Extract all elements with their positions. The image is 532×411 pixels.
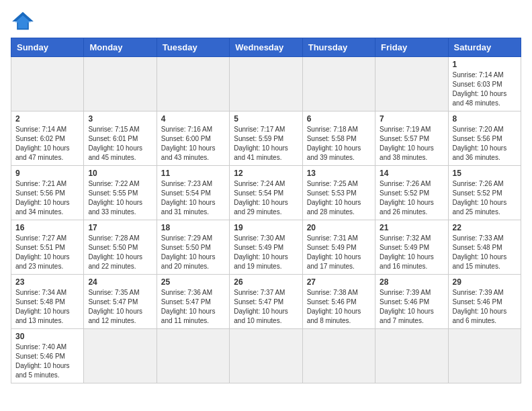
- calendar-day-cell: [230, 329, 302, 383]
- calendar-day-cell: [302, 329, 375, 383]
- calendar-day-cell: 24Sunrise: 7:35 AM Sunset: 5:47 PM Dayli…: [84, 275, 157, 329]
- day-info: Sunrise: 7:20 AM Sunset: 5:56 PM Dayligh…: [453, 125, 517, 163]
- weekday-header: Thursday: [302, 38, 375, 57]
- day-number: 14: [380, 169, 443, 178]
- day-number: 27: [307, 277, 371, 287]
- day-number: 21: [380, 223, 443, 232]
- calendar-day-cell: 25Sunrise: 7:36 AM Sunset: 5:47 PM Dayli…: [157, 275, 229, 329]
- calendar-day-cell: [375, 57, 448, 111]
- calendar-day-cell: [230, 57, 302, 111]
- weekday-header-row: SundayMondayTuesdayWednesdayThursdayFrid…: [11, 38, 521, 57]
- day-number: 12: [234, 169, 298, 178]
- calendar-week-row: 16Sunrise: 7:27 AM Sunset: 5:51 PM Dayli…: [11, 220, 521, 275]
- calendar-week-row: 9Sunrise: 7:21 AM Sunset: 5:56 PM Daylig…: [11, 166, 521, 220]
- calendar-day-cell: 20Sunrise: 7:31 AM Sunset: 5:49 PM Dayli…: [302, 220, 375, 275]
- day-info: Sunrise: 7:24 AM Sunset: 5:54 PM Dayligh…: [234, 179, 298, 217]
- day-number: 17: [88, 223, 152, 232]
- day-number: 25: [161, 277, 225, 287]
- day-info: Sunrise: 7:28 AM Sunset: 5:50 PM Dayligh…: [88, 234, 152, 271]
- day-number: 3: [88, 114, 152, 124]
- day-number: 24: [88, 277, 152, 287]
- day-number: 18: [161, 223, 225, 232]
- calendar-week-row: 23Sunrise: 7:34 AM Sunset: 5:48 PM Dayli…: [11, 275, 521, 329]
- day-info: Sunrise: 7:14 AM Sunset: 6:02 PM Dayligh…: [15, 125, 79, 163]
- day-info: Sunrise: 7:18 AM Sunset: 5:58 PM Dayligh…: [307, 125, 371, 163]
- calendar-day-cell: 13Sunrise: 7:25 AM Sunset: 5:53 PM Dayli…: [302, 166, 375, 220]
- calendar-day-cell: [84, 57, 157, 111]
- day-info: Sunrise: 7:14 AM Sunset: 6:03 PM Dayligh…: [453, 71, 517, 108]
- calendar-day-cell: 21Sunrise: 7:32 AM Sunset: 5:49 PM Dayli…: [375, 220, 448, 275]
- day-number: 16: [15, 223, 79, 232]
- day-number: 10: [88, 169, 152, 178]
- calendar-day-cell: 5Sunrise: 7:17 AM Sunset: 5:59 PM Daylig…: [230, 111, 302, 166]
- weekday-header: Wednesday: [230, 38, 302, 57]
- day-info: Sunrise: 7:23 AM Sunset: 5:54 PM Dayligh…: [161, 179, 225, 217]
- day-number: 2: [15, 114, 79, 124]
- logo: [11, 11, 38, 31]
- calendar-day-cell: 6Sunrise: 7:18 AM Sunset: 5:58 PM Daylig…: [302, 111, 375, 166]
- day-number: 29: [453, 277, 517, 287]
- day-info: Sunrise: 7:34 AM Sunset: 5:48 PM Dayligh…: [15, 288, 79, 326]
- calendar-week-row: 1Sunrise: 7:14 AM Sunset: 6:03 PM Daylig…: [11, 57, 521, 111]
- logo-icon: [11, 11, 35, 31]
- day-info: Sunrise: 7:31 AM Sunset: 5:49 PM Dayligh…: [307, 234, 371, 271]
- calendar-week-row: 2Sunrise: 7:14 AM Sunset: 6:02 PM Daylig…: [11, 111, 521, 166]
- day-number: 4: [161, 114, 225, 124]
- weekday-header: Tuesday: [157, 38, 229, 57]
- day-number: 23: [15, 277, 79, 287]
- day-number: 30: [15, 332, 79, 341]
- page-header: [11, 11, 521, 31]
- calendar-day-cell: 7Sunrise: 7:19 AM Sunset: 5:57 PM Daylig…: [375, 111, 448, 166]
- calendar-day-cell: 29Sunrise: 7:39 AM Sunset: 5:46 PM Dayli…: [448, 275, 521, 329]
- weekday-header: Saturday: [448, 38, 521, 57]
- day-info: Sunrise: 7:37 AM Sunset: 5:47 PM Dayligh…: [234, 288, 298, 326]
- day-number: 13: [307, 169, 371, 178]
- day-info: Sunrise: 7:40 AM Sunset: 5:46 PM Dayligh…: [15, 342, 79, 380]
- day-info: Sunrise: 7:21 AM Sunset: 5:56 PM Dayligh…: [15, 179, 79, 217]
- calendar-day-cell: 28Sunrise: 7:39 AM Sunset: 5:46 PM Dayli…: [375, 275, 448, 329]
- day-info: Sunrise: 7:27 AM Sunset: 5:51 PM Dayligh…: [15, 234, 79, 271]
- calendar-day-cell: 8Sunrise: 7:20 AM Sunset: 5:56 PM Daylig…: [448, 111, 521, 166]
- calendar-day-cell: 11Sunrise: 7:23 AM Sunset: 5:54 PM Dayli…: [157, 166, 229, 220]
- day-number: 20: [307, 223, 371, 232]
- calendar-day-cell: 18Sunrise: 7:29 AM Sunset: 5:50 PM Dayli…: [157, 220, 229, 275]
- day-number: 9: [15, 169, 79, 178]
- weekday-header: Monday: [84, 38, 157, 57]
- calendar-day-cell: 1Sunrise: 7:14 AM Sunset: 6:03 PM Daylig…: [448, 57, 521, 111]
- calendar-day-cell: 16Sunrise: 7:27 AM Sunset: 5:51 PM Dayli…: [11, 220, 84, 275]
- day-info: Sunrise: 7:16 AM Sunset: 6:00 PM Dayligh…: [161, 125, 225, 163]
- day-number: 7: [380, 114, 443, 124]
- calendar-day-cell: 22Sunrise: 7:33 AM Sunset: 5:48 PM Dayli…: [448, 220, 521, 275]
- day-number: 26: [234, 277, 298, 287]
- calendar-day-cell: [375, 329, 448, 383]
- day-info: Sunrise: 7:32 AM Sunset: 5:49 PM Dayligh…: [380, 234, 443, 271]
- day-info: Sunrise: 7:19 AM Sunset: 5:57 PM Dayligh…: [380, 125, 443, 163]
- calendar-day-cell: [11, 57, 84, 111]
- calendar-day-cell: 4Sunrise: 7:16 AM Sunset: 6:00 PM Daylig…: [157, 111, 229, 166]
- day-info: Sunrise: 7:29 AM Sunset: 5:50 PM Dayligh…: [161, 234, 225, 271]
- day-number: 6: [307, 114, 371, 124]
- calendar-day-cell: 9Sunrise: 7:21 AM Sunset: 5:56 PM Daylig…: [11, 166, 84, 220]
- calendar-day-cell: 27Sunrise: 7:38 AM Sunset: 5:46 PM Dayli…: [302, 275, 375, 329]
- calendar-day-cell: 17Sunrise: 7:28 AM Sunset: 5:50 PM Dayli…: [84, 220, 157, 275]
- calendar-day-cell: 10Sunrise: 7:22 AM Sunset: 5:55 PM Dayli…: [84, 166, 157, 220]
- day-number: 1: [453, 60, 517, 69]
- calendar-day-cell: 26Sunrise: 7:37 AM Sunset: 5:47 PM Dayli…: [230, 275, 302, 329]
- day-number: 22: [453, 223, 517, 232]
- weekday-header: Sunday: [11, 38, 84, 57]
- day-info: Sunrise: 7:25 AM Sunset: 5:53 PM Dayligh…: [307, 179, 371, 217]
- weekday-header: Friday: [375, 38, 448, 57]
- calendar-day-cell: [302, 57, 375, 111]
- calendar-day-cell: [157, 329, 229, 383]
- day-number: 8: [453, 114, 517, 124]
- calendar-day-cell: [84, 329, 157, 383]
- day-info: Sunrise: 7:38 AM Sunset: 5:46 PM Dayligh…: [307, 288, 371, 326]
- day-info: Sunrise: 7:35 AM Sunset: 5:47 PM Dayligh…: [88, 288, 152, 326]
- day-info: Sunrise: 7:39 AM Sunset: 5:46 PM Dayligh…: [453, 288, 517, 326]
- day-info: Sunrise: 7:26 AM Sunset: 5:52 PM Dayligh…: [453, 179, 517, 217]
- calendar-day-cell: 14Sunrise: 7:26 AM Sunset: 5:52 PM Dayli…: [375, 166, 448, 220]
- day-info: Sunrise: 7:30 AM Sunset: 5:49 PM Dayligh…: [234, 234, 298, 271]
- calendar-day-cell: 2Sunrise: 7:14 AM Sunset: 6:02 PM Daylig…: [11, 111, 84, 166]
- calendar-day-cell: 30Sunrise: 7:40 AM Sunset: 5:46 PM Dayli…: [11, 329, 84, 383]
- day-info: Sunrise: 7:36 AM Sunset: 5:47 PM Dayligh…: [161, 288, 225, 326]
